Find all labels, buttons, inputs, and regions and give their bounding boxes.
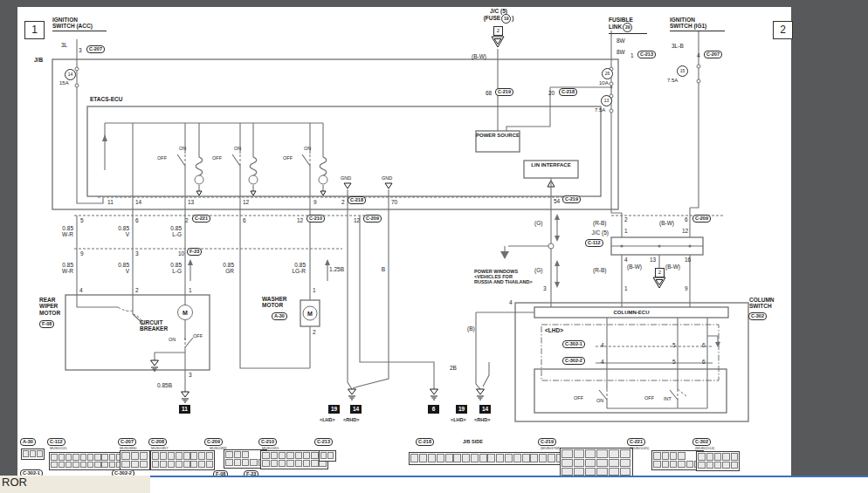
wire-label: <RHD> [343,418,359,423]
wire-label: 5 [672,359,676,365]
connector-pinout-label[interactable]: C-207 [118,438,136,446]
connector-part-number: MU801515 [50,446,67,450]
connector-link[interactable]: C-219 [562,195,581,203]
wire-label: OFF [644,396,654,401]
connector-link[interactable]: C-219 [495,88,513,96]
wire-label: 4 [601,359,604,365]
rear-wiper-motor-label: REAR WIPER MOTOR [39,297,60,316]
page-ref-1[interactable]: 1 [24,21,45,39]
fuse-number-circle: 13 [601,95,612,106]
wire-label: 2 [341,199,345,205]
wire-label: 0.85 LG-R [292,262,306,274]
wire-label: 15A [59,80,69,86]
wire-label: 16 [685,257,691,263]
title-ignition-acc: IGNITIONSWITCH (ACC) [52,17,107,31]
wire-label: <LHD> [451,418,466,423]
wire-label: 6 [135,217,139,223]
viewer-frame: 1 2 IGNITIONSWITCH (ACC) J/C (5)(FUSE19)… [0,0,868,493]
wire-colour-legend: Wire colour code B : Black LG : Light gr… [505,476,715,493]
wire-label: 13 [650,257,656,263]
wire-label: 2 [185,217,189,223]
wire-label: (R-B) [593,267,607,273]
connector-pinout-label[interactable]: A-30 [20,438,36,446]
wire-label: ON [169,338,176,343]
wire-label: 3 [189,372,192,378]
wire-label: J/C (5) [592,229,610,236]
wire-label: (B-W) [665,264,680,270]
connector-link[interactable]: A-30 [272,312,287,320]
rear-wiper-motor-m: M [183,310,188,316]
wire-label: (B-W) [659,220,674,226]
wire-label: 1 [630,52,634,58]
connector-link[interactable]: C-213 [637,51,656,58]
connector-link[interactable]: C-207 [704,51,722,58]
wire-label: OFF [157,156,167,161]
connector-link[interactable]: C-302-1 [562,340,585,348]
wire-label: 0.85 W-R [62,225,73,237]
wire-label: 4 [697,52,700,58]
connector-link[interactable]: C-209 [363,215,382,223]
wire-label: 0.85 V [118,225,129,237]
connector-pinout-label[interactable]: C-209 [204,438,223,446]
wire-label: 4 [509,299,513,305]
column-ecu-label: COLUMN-ECU [534,307,728,318]
connector-link[interactable]: C-218 [559,88,577,96]
column-switch-label: COLUMN SWITCH [749,297,775,310]
ground-id-box: 11 [179,405,190,414]
wire-label: 20 [548,90,555,96]
page-ref-2[interactable]: 2 [773,21,793,39]
wire-label: 6 [243,217,246,223]
ground-id-box: 19 [456,405,467,414]
connector-part-number: (MU801045) [630,446,649,450]
connector-pinout-label[interactable]: C-208 [148,438,167,446]
connector-pinout-label[interactable]: C-112 [47,438,65,446]
connector-link[interactable]: C-209 [692,215,711,223]
wire-label: 3L [61,42,67,48]
wire-label: 1.25B [329,266,344,272]
washer-motor-label: WASHER MOTOR [262,296,287,309]
connector-pinout-label[interactable]: C-210 [258,438,277,446]
wire-label: 7.5A [595,107,605,113]
connector-link[interactable]: C-207 [86,45,105,53]
wire-label: INT [664,397,672,402]
connector-link[interactable]: C-302-2 [562,357,585,365]
wire-label: <LHD> [545,327,563,333]
wire-label: 5 [672,342,676,348]
wire-label: 1 [313,287,316,293]
connector-pinout-label[interactable]: C-213 [314,438,333,446]
wire-label: 0.85 L-G [170,225,182,237]
wire-label: 0.85 L-G [170,262,182,274]
wire-label: 4 [79,287,83,293]
wire-label: (B-W) [472,53,486,59]
wire-label: (R-B) [593,220,607,226]
wire-label: 0.85 W-R [62,262,73,274]
harness-ref-number: 2 [493,26,503,36]
wire-label: 9 [80,250,84,257]
wire-label: (G) [534,220,542,226]
connector-pinout-label[interactable]: C-218 [416,438,434,446]
connector-pinout-label[interactable]: C-219 [538,438,556,446]
wire-label: POWER WINDOWS <VEHICLES FOR RUSSIA AND T… [474,270,533,285]
wire-label: 1 [624,285,628,291]
connector-link[interactable]: C-210 [307,215,325,223]
wire-label: ON [304,147,311,152]
connector-link[interactable]: F-08 [39,320,54,328]
connector-pinout-grid [319,450,336,462]
fuse-number-circle: 26 [602,68,613,79]
wire-label: (B-W) [627,264,642,270]
connector-link[interactable]: C-221 [192,215,210,223]
connector-pinout-label[interactable]: C-302 [692,438,711,446]
wire-label: 8W [617,38,625,44]
wire-label: 6 [702,359,706,365]
connector-link[interactable]: C-218 [348,196,366,204]
connector-link[interactable]: F-23 [187,248,202,256]
connector-link[interactable]: C-302 [748,312,767,320]
wire-label: 9 [313,199,317,205]
connector-link[interactable]: C-112 [585,239,603,247]
wire-label: 3 [79,47,82,53]
connector-pinout-grid [120,450,150,470]
fuse-number-circle: 14 [65,69,76,80]
wire-label: OFF [283,156,293,161]
connector-pinout-label[interactable]: C-221 [627,438,645,446]
wire-label: 0.85 GR [223,262,234,274]
